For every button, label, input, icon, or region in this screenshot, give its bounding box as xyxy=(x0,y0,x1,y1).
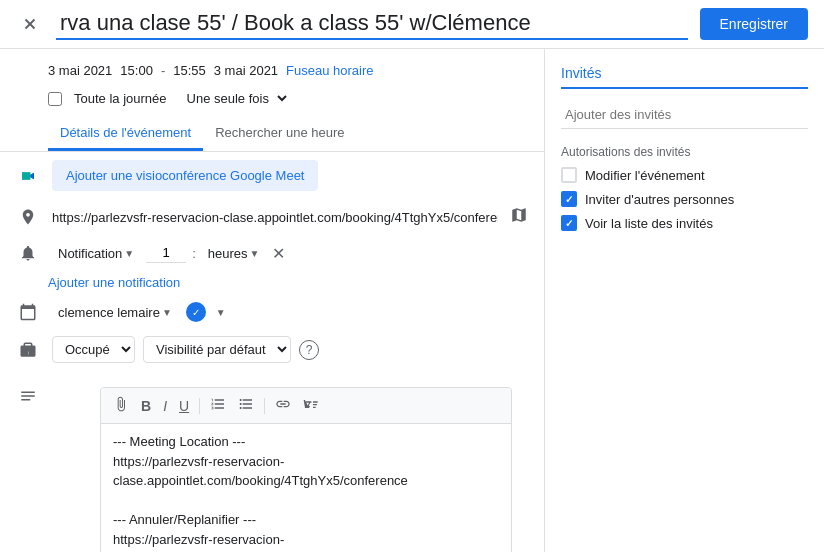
help-icon[interactable]: ? xyxy=(299,340,319,360)
meet-row: Ajouter une visioconférence Google Meet xyxy=(0,152,544,199)
notification-controls: Notification ▼ : heures ▼ ✕ xyxy=(52,243,285,263)
toolbar-divider2 xyxy=(264,398,265,414)
italic-button[interactable]: I xyxy=(159,396,171,416)
allday-checkbox[interactable] xyxy=(48,92,62,106)
permission-label-modify: Modifier l'événement xyxy=(585,168,705,183)
map-icon[interactable] xyxy=(510,206,528,228)
calendar-color-picker[interactable]: ✓ xyxy=(186,302,206,322)
allday-label: Toute la journée xyxy=(74,91,167,106)
desc-line4: --- Annuler/Replanifier --- xyxy=(113,510,499,530)
bold-button[interactable]: B xyxy=(137,396,155,416)
permission-checkbox-modify[interactable] xyxy=(561,167,577,183)
remove-notification-button[interactable]: ✕ xyxy=(272,244,285,263)
location-input[interactable] xyxy=(52,210,498,225)
add-guest-input[interactable] xyxy=(561,101,808,129)
add-meet-button[interactable]: Ajouter une visioconférence Google Meet xyxy=(52,160,318,191)
timezone-link[interactable]: Fuseau horaire xyxy=(286,63,373,78)
desc-line3 xyxy=(113,491,499,511)
add-notification-link[interactable]: Ajouter une notification xyxy=(0,271,544,294)
svg-rect-3 xyxy=(22,172,30,179)
permissions-title: Autorisations des invités xyxy=(561,145,808,159)
briefcase-icon xyxy=(16,341,40,359)
tab-details[interactable]: Détails de l'événement xyxy=(48,117,203,151)
permission-item-invite: ✓ Inviter d'autres personnes xyxy=(561,191,808,207)
bell-icon xyxy=(16,244,40,262)
visibility-select[interactable]: Visibilité par défaut xyxy=(143,336,291,363)
description-area: B I U xyxy=(100,387,512,552)
organizer-dropdown[interactable]: clemence lemaire ▼ xyxy=(52,303,178,322)
color-chevron-icon: ▼ xyxy=(216,307,226,318)
desc-line2: https://parlezvsfr-reservacion-clase.app… xyxy=(113,452,499,491)
event-title-input[interactable] xyxy=(56,8,688,40)
start-time[interactable]: 15:00 xyxy=(120,63,153,78)
permission-item-seelist: ✓ Voir la liste des invités xyxy=(561,215,808,231)
left-panel: 3 mai 2021 15:00 - 15:55 3 mai 2021 Fuse… xyxy=(0,49,544,552)
allday-row: Toute la journée Une seule fois xyxy=(0,84,544,113)
desc-line5: https://parlezvsfr-reservacion-clase.app… xyxy=(113,530,499,553)
busy-status-select[interactable]: Occupé xyxy=(52,336,135,363)
end-date[interactable]: 3 mai 2021 xyxy=(214,63,278,78)
organizer-row: clemence lemaire ▼ ✓ ▼ xyxy=(0,294,544,330)
datetime-row: 3 mai 2021 15:00 - 15:55 3 mai 2021 Fuse… xyxy=(0,57,544,84)
organizer-controls: clemence lemaire ▼ ✓ ▼ xyxy=(52,302,226,322)
colon-separator: : xyxy=(192,246,196,261)
attachment-button[interactable] xyxy=(109,394,133,417)
time-separator: - xyxy=(161,63,165,78)
permission-label-seelist: Voir la liste des invités xyxy=(585,216,713,231)
ordered-list-button[interactable] xyxy=(206,394,230,417)
location-icon xyxy=(16,208,40,226)
permission-item-modify: Modifier l'événement xyxy=(561,167,808,183)
calendar-icon xyxy=(16,303,40,321)
notification-type-dropdown[interactable]: Notification ▼ xyxy=(52,244,140,263)
notification-value-input[interactable] xyxy=(146,243,186,263)
main-content: 3 mai 2021 15:00 - 15:55 3 mai 2021 Fuse… xyxy=(0,49,824,552)
description-row: B I U xyxy=(0,369,544,552)
description-icon xyxy=(16,387,40,405)
top-bar: Enregistrer xyxy=(0,0,824,49)
underline-button[interactable]: U xyxy=(175,396,193,416)
save-button[interactable]: Enregistrer xyxy=(700,8,808,40)
start-date[interactable]: 3 mai 2021 xyxy=(48,63,112,78)
status-row: Occupé Visibilité par défaut ? xyxy=(0,330,544,369)
close-button[interactable] xyxy=(16,10,44,38)
description-content[interactable]: --- Meeting Location --- https://parlezv… xyxy=(101,424,511,552)
check-icon: ✓ xyxy=(565,218,573,229)
remove-formatting-button[interactable] xyxy=(299,394,323,417)
permission-checkbox-invite[interactable]: ✓ xyxy=(561,191,577,207)
notification-row: Notification ▼ : heures ▼ ✕ xyxy=(0,235,544,271)
right-panel: Invités Autorisations des invités Modifi… xyxy=(544,49,824,552)
location-row xyxy=(0,199,544,235)
unordered-list-button[interactable] xyxy=(234,394,258,417)
checkmark-icon: ✓ xyxy=(192,307,200,318)
desc-line1: --- Meeting Location --- xyxy=(113,432,499,452)
status-controls: Occupé Visibilité par défaut ? xyxy=(52,336,319,363)
notification-unit-dropdown[interactable]: heures ▼ xyxy=(202,244,266,263)
permission-label-invite: Inviter d'autres personnes xyxy=(585,192,734,207)
tab-find-time[interactable]: Rechercher une heure xyxy=(203,117,356,151)
chevron-down-icon: ▼ xyxy=(162,307,172,318)
recurrence-select[interactable]: Une seule fois xyxy=(179,88,290,109)
tabs-row: Détails de l'événement Rechercher une he… xyxy=(0,117,544,152)
permission-checkbox-seelist[interactable]: ✓ xyxy=(561,215,577,231)
invites-title: Invités xyxy=(561,65,808,89)
description-toolbar: B I U xyxy=(101,388,511,424)
link-button[interactable] xyxy=(271,394,295,417)
chevron-down-icon: ▼ xyxy=(250,248,260,259)
check-icon: ✓ xyxy=(565,194,573,205)
end-time[interactable]: 15:55 xyxy=(173,63,206,78)
toolbar-divider xyxy=(199,398,200,414)
meet-icon-col xyxy=(16,165,40,187)
chevron-down-icon: ▼ xyxy=(124,248,134,259)
